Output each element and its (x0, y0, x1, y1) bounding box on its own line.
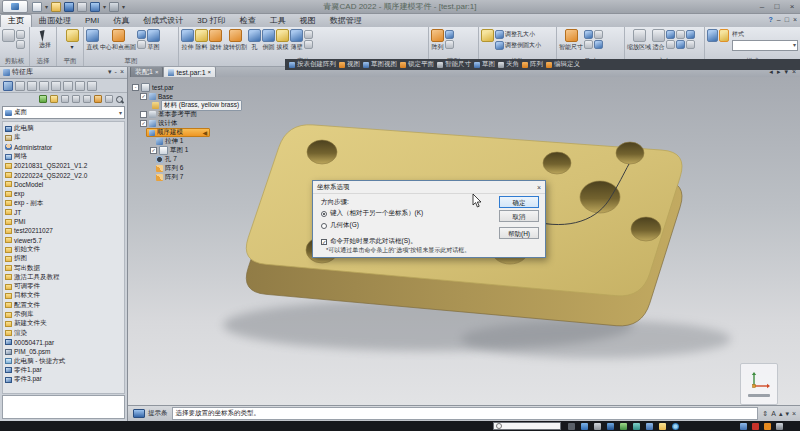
tab-simulation[interactable]: 仿真 (106, 15, 136, 27)
line-button[interactable]: 直线 (86, 29, 99, 52)
taskbar-edge-icon[interactable] (672, 423, 679, 430)
cut-icon[interactable] (16, 30, 25, 39)
help-button[interactable]: 帮助(H) (499, 227, 539, 239)
tab-tools[interactable]: 工具 (263, 15, 293, 27)
library-tab-7[interactable] (75, 81, 85, 91)
tab-pmi[interactable]: PMI (78, 15, 106, 27)
strip-item-view[interactable]: 视图 (339, 60, 360, 69)
resize-holes-button[interactable]: 调整孔大小 (495, 30, 541, 39)
list-item[interactable]: 激活工具及教程 (5, 273, 124, 282)
checkbox-checked[interactable]: ✓ (140, 93, 147, 100)
library-tab-1[interactable] (3, 81, 13, 91)
resize-rounds-button[interactable]: 调整倒圆大小 (495, 41, 541, 50)
taskbar-app-icon[interactable] (607, 423, 614, 430)
dimension-more-icon[interactable] (594, 40, 603, 49)
tree-item-hole7[interactable]: 孔 7 (132, 155, 292, 164)
list-item[interactable]: 20210831_QS2021_V1.2 (5, 161, 124, 170)
cut-material-button[interactable]: 除料 (195, 29, 208, 52)
common-views-icon[interactable] (686, 30, 695, 39)
sequential-modeling-highlight[interactable]: 顺序建模 ◀ (146, 128, 210, 137)
undo-icon[interactable] (90, 2, 100, 12)
views-button[interactable] (83, 95, 91, 103)
list-item[interactable]: 零件3.par (5, 375, 124, 384)
list-item[interactable]: test20211027 (5, 226, 124, 235)
restore-button[interactable]: □ (772, 1, 782, 12)
send-button[interactable] (94, 95, 102, 103)
panel-dropdown-icon[interactable]: ▾ (108, 67, 112, 77)
list-item[interactable]: viewer5.7 (5, 236, 124, 245)
strip-item-edit-definition[interactable]: 编辑定义 (546, 60, 580, 69)
new-folder-button[interactable] (50, 95, 58, 103)
list-item[interactable]: 示例库 (5, 310, 124, 319)
select-button[interactable]: 选择 (38, 29, 53, 50)
search-icon[interactable] (116, 96, 123, 103)
view-previous-icon[interactable] (666, 40, 675, 49)
taskbar-blue-app-icon[interactable] (646, 423, 653, 430)
tree-item-extrude1[interactable]: 拉伸 1 (132, 137, 292, 146)
list-item[interactable]: 初始文件 (5, 245, 124, 254)
checkbox-checked[interactable]: ✓ (150, 147, 157, 154)
strip-item-sketch[interactable]: 草图 (474, 60, 495, 69)
style-dropdown[interactable]: ▾ (732, 40, 798, 51)
doc-minimize-button[interactable]: – (777, 14, 781, 25)
list-item[interactable]: 写出数据 (5, 263, 124, 272)
panel-pin-icon[interactable]: - (115, 67, 117, 77)
doc-restore-button[interactable]: □ (785, 14, 789, 25)
angle-dimension-icon[interactable] (594, 30, 603, 39)
radio-geometry[interactable]: 几何体(G) (321, 221, 359, 230)
tray-blue-icon[interactable] (740, 423, 747, 430)
help-icon[interactable]: ? (768, 14, 772, 25)
hole-3[interactable] (543, 152, 571, 174)
strip-item-pattern[interactable]: 阵列 (522, 60, 543, 69)
tree-item-ref-planes[interactable]: 基本参考平面 (132, 110, 292, 119)
taskbar-teal-app-icon[interactable] (633, 423, 640, 430)
list-item[interactable]: 20220224_QS2022_V2.0 (5, 170, 124, 179)
taskbar-arrow-icon[interactable] (568, 423, 575, 430)
sketch-button[interactable]: 草图 (147, 29, 160, 52)
tab-inspect[interactable]: 检查 (233, 15, 263, 27)
tab-generative[interactable]: 创成式设计 (136, 15, 190, 27)
library-tab-6[interactable] (63, 81, 73, 91)
list-item[interactable]: exp (5, 189, 124, 198)
list-item[interactable]: 库 (5, 133, 124, 142)
checkbox-checked[interactable]: ✓ (140, 120, 147, 127)
list-item[interactable]: 00050471.par (5, 338, 124, 347)
library-tab-5[interactable] (51, 81, 61, 91)
tray-red-icon[interactable] (752, 423, 759, 430)
tree-item-pattern7[interactable]: 阵列 7 (132, 173, 292, 182)
solids-extra-icon-1[interactable] (304, 30, 313, 39)
tray-orange-icon[interactable] (764, 423, 771, 430)
tree-item-design-body[interactable]: ✓ 设计体 (132, 119, 292, 128)
list-item[interactable]: 新建文件夹 (5, 319, 124, 328)
tree-root[interactable]: - test.par (132, 83, 292, 92)
library-tab-8[interactable] (87, 81, 97, 91)
settings-button[interactable] (105, 95, 113, 103)
view-next-icon[interactable] (676, 40, 685, 49)
modify-face-icon[interactable] (481, 29, 494, 42)
location-dropdown[interactable]: 桌面 ▾ (2, 106, 125, 119)
collapse-icon[interactable]: - (132, 84, 139, 91)
copy-icon[interactable] (16, 40, 25, 49)
doc-close-button[interactable]: × (793, 14, 797, 25)
library-tab-2[interactable] (15, 81, 25, 91)
tree-item-pattern6[interactable]: 阵列 6 (132, 164, 292, 173)
circle-button[interactable]: 中心和点画圆 (100, 29, 136, 52)
taskbar-window-icon[interactable] (581, 423, 588, 430)
tab-close-icon[interactable]: × (208, 68, 212, 76)
list-item[interactable]: Administrator (5, 143, 124, 152)
revolve-button[interactable]: 旋转 (209, 29, 222, 52)
strip-item-lock-plane[interactable]: 锁定平面 (400, 60, 434, 69)
graphics-viewport[interactable]: - test.par ✓ Base 材料 (Brass, yellow bras… (128, 77, 800, 405)
text-scale-icon[interactable]: A (771, 408, 776, 420)
list-item[interactable]: exp - 副本 (5, 198, 124, 207)
app-menu-button[interactable] (2, 0, 28, 13)
hole-5[interactable] (580, 181, 620, 213)
list-item[interactable]: 此电脑 - 快捷方式 (5, 356, 124, 365)
radio-keyin[interactable]: 键入（相对于另一个坐标系）(K) (321, 209, 423, 218)
strip-item-sketch-view[interactable]: 草图视图 (363, 60, 397, 69)
new-document-icon[interactable] (32, 2, 42, 12)
print-icon[interactable] (77, 2, 87, 12)
extrude-button[interactable]: 拉伸 (181, 29, 194, 52)
list-item[interactable]: 此电脑 (5, 124, 124, 133)
close-button[interactable]: × (787, 1, 797, 12)
